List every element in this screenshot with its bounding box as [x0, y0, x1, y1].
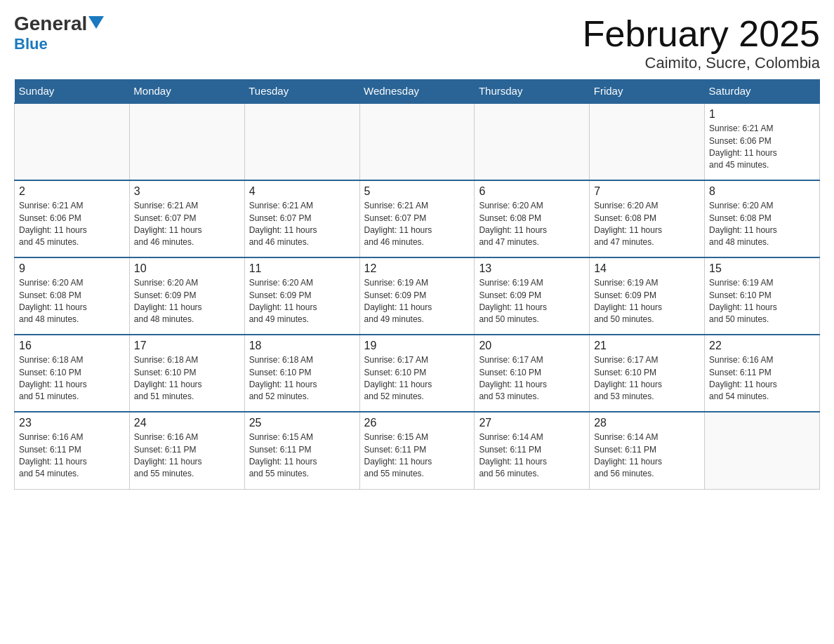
calendar-cell: 28Sunrise: 6:14 AM Sunset: 6:11 PM Dayli…	[590, 412, 705, 489]
col-friday: Friday	[590, 79, 705, 103]
calendar-cell: 16Sunrise: 6:18 AM Sunset: 6:10 PM Dayli…	[15, 335, 130, 412]
day-info: Sunrise: 6:15 AM Sunset: 6:11 PM Dayligh…	[364, 431, 470, 481]
day-number: 19	[364, 340, 470, 352]
col-saturday: Saturday	[705, 79, 820, 103]
calendar-week-row: 9Sunrise: 6:20 AM Sunset: 6:08 PM Daylig…	[15, 257, 820, 335]
day-info: Sunrise: 6:20 AM Sunset: 6:08 PM Dayligh…	[479, 200, 585, 249]
day-info: Sunrise: 6:19 AM Sunset: 6:09 PM Dayligh…	[479, 277, 585, 326]
calendar-week-row: 1Sunrise: 6:21 AM Sunset: 6:06 PM Daylig…	[15, 103, 820, 180]
calendar-cell: 23Sunrise: 6:16 AM Sunset: 6:11 PM Dayli…	[15, 412, 130, 489]
col-wednesday: Wednesday	[359, 79, 475, 103]
calendar-cell	[475, 103, 590, 180]
calendar-cell: 21Sunrise: 6:17 AM Sunset: 6:10 PM Dayli…	[590, 335, 705, 412]
calendar-week-row: 16Sunrise: 6:18 AM Sunset: 6:10 PM Dayli…	[15, 335, 820, 412]
calendar-cell	[705, 412, 820, 489]
calendar-cell: 2Sunrise: 6:21 AM Sunset: 6:06 PM Daylig…	[15, 180, 130, 257]
day-number: 13	[479, 262, 585, 275]
calendar-cell: 11Sunrise: 6:20 AM Sunset: 6:09 PM Dayli…	[244, 257, 359, 335]
title-block: February 2025 Caimito, Sucre, Colombia	[583, 14, 820, 72]
calendar-cell: 13Sunrise: 6:19 AM Sunset: 6:09 PM Dayli…	[475, 257, 590, 335]
calendar-cell	[129, 103, 244, 180]
day-number: 16	[19, 340, 125, 352]
calendar-cell: 15Sunrise: 6:19 AM Sunset: 6:10 PM Dayli…	[705, 257, 820, 335]
day-number: 23	[19, 417, 125, 429]
day-info: Sunrise: 6:20 AM Sunset: 6:09 PM Dayligh…	[134, 277, 240, 326]
day-info: Sunrise: 6:21 AM Sunset: 6:06 PM Dayligh…	[709, 123, 815, 172]
day-info: Sunrise: 6:17 AM Sunset: 6:10 PM Dayligh…	[479, 354, 585, 403]
calendar-table: Sunday Monday Tuesday Wednesday Thursday…	[14, 79, 820, 490]
day-info: Sunrise: 6:18 AM Sunset: 6:10 PM Dayligh…	[134, 354, 240, 403]
page-header: General Blue February 2025 Caimito, Sucr…	[14, 14, 820, 72]
day-info: Sunrise: 6:21 AM Sunset: 6:07 PM Dayligh…	[364, 200, 470, 249]
col-thursday: Thursday	[475, 79, 590, 103]
calendar-cell: 1Sunrise: 6:21 AM Sunset: 6:06 PM Daylig…	[705, 103, 820, 180]
day-info: Sunrise: 6:14 AM Sunset: 6:11 PM Dayligh…	[479, 431, 585, 481]
calendar-header-row: Sunday Monday Tuesday Wednesday Thursday…	[15, 79, 820, 103]
calendar-cell: 4Sunrise: 6:21 AM Sunset: 6:07 PM Daylig…	[244, 180, 359, 257]
day-info: Sunrise: 6:16 AM Sunset: 6:11 PM Dayligh…	[19, 431, 125, 481]
day-info: Sunrise: 6:19 AM Sunset: 6:09 PM Dayligh…	[594, 277, 700, 326]
day-info: Sunrise: 6:20 AM Sunset: 6:08 PM Dayligh…	[709, 200, 815, 249]
day-number: 10	[134, 262, 240, 275]
calendar-title: February 2025	[583, 14, 820, 54]
day-number: 6	[479, 185, 585, 198]
day-number: 22	[709, 340, 815, 352]
day-number: 7	[594, 185, 700, 198]
day-number: 5	[364, 185, 470, 198]
day-info: Sunrise: 6:20 AM Sunset: 6:08 PM Dayligh…	[594, 200, 700, 249]
calendar-cell: 5Sunrise: 6:21 AM Sunset: 6:07 PM Daylig…	[359, 180, 475, 257]
col-monday: Monday	[129, 79, 244, 103]
calendar-week-row: 23Sunrise: 6:16 AM Sunset: 6:11 PM Dayli…	[15, 412, 820, 489]
day-number: 15	[709, 262, 815, 275]
day-info: Sunrise: 6:20 AM Sunset: 6:09 PM Dayligh…	[249, 277, 355, 326]
day-info: Sunrise: 6:17 AM Sunset: 6:10 PM Dayligh…	[594, 354, 700, 403]
day-number: 17	[134, 340, 240, 352]
day-info: Sunrise: 6:19 AM Sunset: 6:09 PM Dayligh…	[364, 277, 470, 326]
day-number: 2	[19, 185, 125, 198]
logo: General Blue	[14, 14, 104, 53]
calendar-cell: 19Sunrise: 6:17 AM Sunset: 6:10 PM Dayli…	[359, 335, 475, 412]
day-number: 28	[594, 417, 700, 429]
day-info: Sunrise: 6:18 AM Sunset: 6:10 PM Dayligh…	[249, 354, 355, 403]
day-info: Sunrise: 6:21 AM Sunset: 6:07 PM Dayligh…	[249, 200, 355, 249]
day-number: 20	[479, 340, 585, 352]
day-number: 24	[134, 417, 240, 429]
logo-text-part1: General	[14, 14, 87, 34]
calendar-cell: 9Sunrise: 6:20 AM Sunset: 6:08 PM Daylig…	[15, 257, 130, 335]
calendar-subtitle: Caimito, Sucre, Colombia	[583, 54, 820, 72]
calendar-cell: 10Sunrise: 6:20 AM Sunset: 6:09 PM Dayli…	[129, 257, 244, 335]
day-info: Sunrise: 6:21 AM Sunset: 6:06 PM Dayligh…	[19, 200, 125, 249]
calendar-cell	[15, 103, 130, 180]
calendar-cell	[244, 103, 359, 180]
day-number: 9	[19, 262, 125, 275]
day-number: 8	[709, 185, 815, 198]
day-number: 25	[249, 417, 355, 429]
day-info: Sunrise: 6:16 AM Sunset: 6:11 PM Dayligh…	[134, 431, 240, 481]
calendar-cell: 14Sunrise: 6:19 AM Sunset: 6:09 PM Dayli…	[590, 257, 705, 335]
day-number: 4	[249, 185, 355, 198]
calendar-cell: 24Sunrise: 6:16 AM Sunset: 6:11 PM Dayli…	[129, 412, 244, 489]
logo-text-part2: Blue	[14, 35, 48, 53]
day-number: 14	[594, 262, 700, 275]
day-info: Sunrise: 6:18 AM Sunset: 6:10 PM Dayligh…	[19, 354, 125, 403]
calendar-cell: 25Sunrise: 6:15 AM Sunset: 6:11 PM Dayli…	[244, 412, 359, 489]
day-info: Sunrise: 6:19 AM Sunset: 6:10 PM Dayligh…	[709, 277, 815, 326]
calendar-cell: 27Sunrise: 6:14 AM Sunset: 6:11 PM Dayli…	[475, 412, 590, 489]
day-number: 12	[364, 262, 470, 275]
day-number: 1	[709, 108, 815, 121]
day-info: Sunrise: 6:15 AM Sunset: 6:11 PM Dayligh…	[249, 431, 355, 481]
calendar-cell: 17Sunrise: 6:18 AM Sunset: 6:10 PM Dayli…	[129, 335, 244, 412]
calendar-cell: 12Sunrise: 6:19 AM Sunset: 6:09 PM Dayli…	[359, 257, 475, 335]
calendar-cell	[359, 103, 475, 180]
day-number: 18	[249, 340, 355, 352]
day-number: 21	[594, 340, 700, 352]
col-tuesday: Tuesday	[244, 79, 359, 103]
svg-marker-0	[88, 16, 104, 29]
calendar-cell: 7Sunrise: 6:20 AM Sunset: 6:08 PM Daylig…	[590, 180, 705, 257]
calendar-cell: 18Sunrise: 6:18 AM Sunset: 6:10 PM Dayli…	[244, 335, 359, 412]
day-info: Sunrise: 6:17 AM Sunset: 6:10 PM Dayligh…	[364, 354, 470, 403]
day-number: 26	[364, 417, 470, 429]
calendar-week-row: 2Sunrise: 6:21 AM Sunset: 6:06 PM Daylig…	[15, 180, 820, 257]
calendar-cell: 6Sunrise: 6:20 AM Sunset: 6:08 PM Daylig…	[475, 180, 590, 257]
day-info: Sunrise: 6:14 AM Sunset: 6:11 PM Dayligh…	[594, 431, 700, 481]
